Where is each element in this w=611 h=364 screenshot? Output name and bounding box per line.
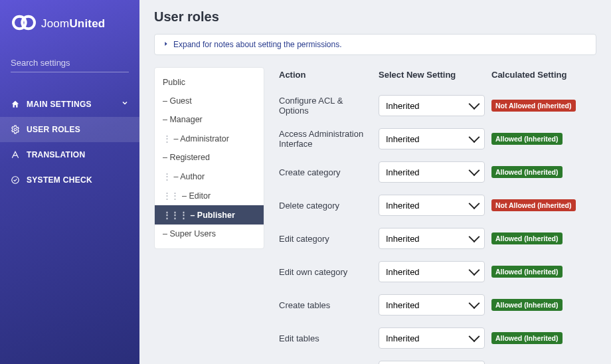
translate-icon	[11, 150, 20, 159]
search-input[interactable]	[11, 54, 129, 72]
content: Public– Guest– Manager⋮ – Administrator–…	[154, 67, 596, 364]
logo-icon	[11, 13, 37, 34]
role-tree-item[interactable]: – Guest	[155, 92, 264, 110]
role-tree-item[interactable]: – Super Users	[155, 225, 264, 243]
badge-not-allowed: Not Allowed (Inherited)	[491, 199, 576, 211]
permission-select-wrap: Inherited	[379, 128, 485, 149]
permission-row: Edit own categoryInheritedAllowed (Inher…	[279, 255, 596, 288]
permission-row: Delete categoryInheritedNot Allowed (Inh…	[279, 189, 596, 222]
permission-select[interactable]: Inherited	[379, 95, 485, 116]
permission-action: Create category	[279, 167, 379, 177]
svg-point-2	[14, 128, 17, 131]
permission-action: Edit own category	[279, 267, 379, 277]
role-tree-item-label: – Super Users	[163, 229, 216, 238]
permission-action: Delete category	[279, 201, 379, 211]
col-action: Action	[279, 70, 379, 80]
permission-select-wrap: Inherited	[379, 327, 485, 349]
permission-select-wrap: Inherited	[379, 195, 485, 216]
permission-calculated: Allowed (Inherited)	[491, 166, 596, 178]
sidebar-item-system-check[interactable]: SYSTEM CHECK	[0, 167, 139, 193]
notes-banner-text: Expand for notes about setting the permi…	[173, 40, 341, 49]
role-tree-item-label: – Administrator	[173, 134, 228, 143]
permission-calculated: Allowed (Inherited)	[491, 232, 596, 244]
home-icon	[11, 100, 20, 109]
col-calculated: Calculated Setting	[491, 70, 596, 80]
permission-select[interactable]: Inherited	[379, 261, 485, 282]
sidebar-item-label: MAIN SETTINGS	[27, 100, 92, 109]
role-tree-item-label: – Author	[173, 172, 205, 181]
role-tree-item[interactable]: Public	[155, 73, 264, 92]
badge-allowed: Allowed (Inherited)	[491, 299, 563, 311]
permission-row: Configure ACL & OptionsInheritedNot Allo…	[279, 89, 596, 122]
permission-row: Edit tablesInheritedAllowed (Inherited)	[279, 321, 596, 355]
page-title: User roles	[154, 9, 596, 25]
permission-select[interactable]: Inherited	[379, 361, 485, 364]
permission-row: Access Administration InterfaceInherited…	[279, 122, 596, 155]
sidebar-item-label: TRANSLATION	[27, 150, 85, 159]
permission-calculated: Allowed (Inherited)	[491, 332, 596, 344]
role-tree-item-label: Public	[163, 78, 185, 87]
permission-select[interactable]: Inherited	[379, 128, 485, 149]
permission-select-wrap: Inherited	[379, 294, 485, 316]
sidebar: JoomUnited MAIN SETTINGS USER ROLES TRAN…	[0, 0, 139, 364]
check-circle-icon	[11, 175, 20, 185]
permission-action: Configure ACL & Options	[279, 96, 379, 116]
permission-select-wrap: Inherited	[379, 361, 485, 364]
permission-select[interactable]: Inherited	[379, 161, 485, 183]
permission-calculated: Not Allowed (Inherited)	[491, 199, 596, 211]
badge-allowed: Allowed (Inherited)	[491, 232, 563, 244]
permissions-rows: Configure ACL & OptionsInheritedNot Allo…	[279, 89, 596, 364]
sidebar-nav: MAIN SETTINGS USER ROLES TRANSLATION SYS…	[0, 91, 139, 193]
sidebar-item-main-settings[interactable]: MAIN SETTINGS	[0, 91, 139, 117]
permission-action: Create tables	[279, 300, 379, 310]
role-tree-item-label: – Manager	[163, 115, 203, 124]
permissions-header: Action Select New Setting Calculated Set…	[279, 67, 596, 89]
sidebar-item-label: SYSTEM CHECK	[27, 175, 92, 185]
permission-row: Create tablesInheritedAllowed (Inherited…	[279, 288, 596, 321]
brand-name-bold: United	[69, 17, 105, 30]
permission-calculated: Allowed (Inherited)	[491, 299, 596, 311]
sidebar-item-translation[interactable]: TRANSLATION	[0, 142, 139, 167]
permission-select-wrap: Inherited	[379, 161, 485, 183]
permission-select[interactable]: Inherited	[379, 228, 485, 249]
permission-select-wrap: Inherited	[379, 261, 485, 282]
role-tree-item[interactable]: ⋮ – Author	[155, 167, 264, 186]
badge-allowed: Allowed (Inherited)	[491, 332, 563, 344]
role-tree-item-label: – Registered	[163, 153, 210, 162]
role-tree-item[interactable]: ⋮ ⋮ ⋮ – Publisher	[155, 205, 264, 225]
col-setting: Select New Setting	[379, 70, 491, 80]
badge-not-allowed: Not Allowed (Inherited)	[491, 100, 576, 112]
permission-action: Edit tables	[279, 333, 379, 343]
brand-name-light: Joom	[41, 17, 69, 30]
permission-calculated: Allowed (Inherited)	[491, 266, 596, 278]
role-tree-item[interactable]: ⋮ ⋮ – Editor	[155, 186, 264, 205]
permission-select-wrap: Inherited	[379, 95, 485, 116]
search-wrap	[0, 54, 139, 78]
permission-action: Access Administration Interface	[279, 129, 379, 149]
sidebar-item-label: USER ROLES	[27, 125, 80, 134]
role-tree-item[interactable]: – Registered	[155, 148, 264, 167]
brand-name: JoomUnited	[41, 17, 105, 31]
svg-point-3	[12, 177, 19, 184]
badge-allowed: Allowed (Inherited)	[491, 266, 563, 278]
main-content: User roles Expand for notes about settin…	[139, 0, 611, 364]
role-tree-item[interactable]: ⋮ – Administrator	[155, 129, 264, 148]
permission-select[interactable]: Inherited	[379, 294, 485, 316]
permission-action: Edit category	[279, 234, 379, 244]
role-tree: Public– Guest– Manager⋮ – Administrator–…	[154, 67, 264, 249]
role-tree-item-label: – Guest	[163, 96, 192, 106]
permission-calculated: Allowed (Inherited)	[491, 133, 596, 145]
permission-calculated: Not Allowed (Inherited)	[491, 100, 596, 112]
permissions-area: Action Select New Setting Calculated Set…	[279, 67, 596, 364]
caret-right-icon	[163, 40, 169, 49]
sidebar-item-user-roles[interactable]: USER ROLES	[0, 117, 139, 142]
brand-logo: JoomUnited	[0, 13, 139, 54]
badge-allowed: Allowed (Inherited)	[491, 166, 563, 178]
svg-point-1	[22, 17, 35, 29]
notes-banner[interactable]: Expand for notes about setting the permi…	[154, 34, 596, 55]
permission-row: Create categoryInheritedAllowed (Inherit…	[279, 155, 596, 189]
permission-select[interactable]: Inherited	[379, 327, 485, 349]
permission-select[interactable]: Inherited	[379, 195, 485, 216]
permission-row: Edit own tablesInheritedAllowed (Inherit…	[279, 355, 596, 364]
role-tree-item[interactable]: – Manager	[155, 110, 264, 129]
